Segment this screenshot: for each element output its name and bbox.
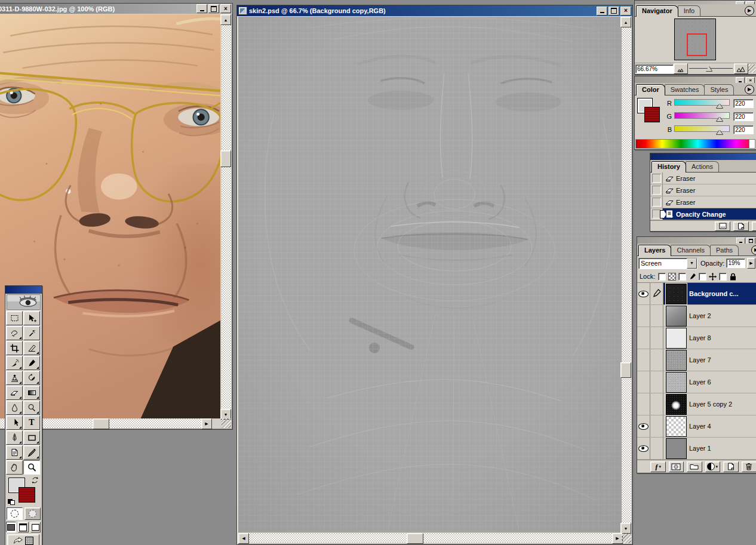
blend-mode-select[interactable]: Screen ▼ [638, 258, 697, 269]
vertical-scroll-thumb[interactable] [620, 362, 631, 378]
tab-channels[interactable]: Channels [671, 245, 710, 255]
default-colors-icon[interactable] [8, 499, 15, 505]
tool-zoom[interactable] [23, 460, 40, 475]
tab-styles[interactable]: Styles [704, 84, 734, 95]
left-window-titlebar[interactable]: 0311-D-9880W-032.jpg @ 100% (RGB) × [0, 4, 232, 14]
paint-indicator[interactable] [650, 349, 663, 371]
layer-row[interactable]: Layer 7 [637, 349, 756, 371]
layer-thumbnail[interactable] [666, 350, 687, 371]
horizontal-scroll-thumb[interactable] [407, 533, 423, 544]
visibility-toggle[interactable] [637, 415, 650, 437]
background-color-swatch[interactable] [19, 487, 35, 503]
red-slider-thumb[interactable] [717, 104, 723, 108]
tool-paintbrush[interactable] [23, 356, 40, 370]
tool-eyedropper[interactable] [23, 445, 40, 460]
paint-indicator[interactable] [650, 393, 663, 415]
lock-transparency-checkbox[interactable] [658, 273, 666, 281]
color-spectrum-ramp[interactable] [635, 139, 755, 149]
layer-name[interactable]: Layer 2 [689, 312, 711, 319]
tab-actions[interactable]: Actions [686, 161, 719, 172]
tab-history[interactable]: History [651, 161, 686, 173]
tab-paths[interactable]: Paths [710, 245, 739, 255]
history-source-well[interactable] [650, 173, 663, 184]
tool-rectangular-marquee[interactable] [6, 311, 23, 325]
green-slider-thumb[interactable] [717, 117, 723, 121]
zoom-in-icon[interactable] [734, 63, 748, 74]
layer-row[interactable]: Layer 8 [637, 327, 756, 349]
view-box-outline[interactable] [687, 33, 707, 56]
tool-magic-wand[interactable] [23, 326, 40, 340]
tool-move[interactable] [23, 311, 40, 325]
navigator-thumbnail[interactable] [674, 19, 716, 60]
add-mask-icon[interactable] [669, 461, 684, 472]
paint-indicator[interactable] [650, 305, 663, 327]
tool-dodge[interactable] [23, 401, 40, 415]
opacity-arrow-icon[interactable]: ▶ [747, 258, 755, 269]
scroll-down-icon[interactable]: ▼ [620, 523, 631, 534]
color-titlebar[interactable]: × [635, 76, 756, 83]
adobe-online-button[interactable] [7, 294, 41, 310]
jump-to-imageready-button[interactable] [7, 534, 39, 545]
tool-clone-stamp[interactable] [6, 371, 23, 385]
lock-image-checkbox[interactable] [678, 273, 686, 281]
tab-color[interactable]: Color [636, 84, 665, 96]
adjustment-layer-icon[interactable]: ▾ [705, 461, 721, 472]
layer-row[interactable]: Layer 1 [637, 438, 756, 460]
center-window-titlebar[interactable]: skin2.psd @ 66.7% (Background copy,RGB) … [237, 5, 632, 16]
layer-thumbnail[interactable] [666, 438, 687, 459]
minimize-icon[interactable] [196, 4, 207, 13]
layer-name[interactable]: Layer 1 [689, 445, 711, 452]
layer-row[interactable]: Layer 2 [637, 305, 756, 327]
fullscreen-menus-button[interactable] [18, 522, 28, 532]
zoom-out-icon[interactable] [674, 63, 688, 74]
layer-thumbnail[interactable] [666, 306, 687, 327]
tool-gradient[interactable] [23, 386, 40, 400]
tool-rectangle[interactable] [23, 430, 40, 445]
close-icon[interactable]: × [220, 4, 231, 13]
layer-name[interactable]: Layer 5 copy 2 [689, 401, 732, 408]
scroll-right-icon[interactable]: ▶ [201, 418, 212, 429]
tab-navigator[interactable]: Navigator [636, 5, 678, 17]
new-layer-icon[interactable] [723, 461, 739, 472]
resize-grip[interactable] [748, 64, 755, 73]
tool-notes[interactable] [6, 445, 23, 460]
history-source-well[interactable] [650, 196, 663, 208]
toolbox-titlebar[interactable] [5, 286, 42, 294]
red-value-field[interactable]: 220 [733, 99, 754, 108]
tool-path-select[interactable] [6, 415, 23, 430]
fullscreen-button[interactable] [30, 522, 41, 532]
red-slider[interactable] [674, 98, 730, 108]
tool-type[interactable]: T [23, 415, 40, 430]
visibility-toggle[interactable] [637, 349, 650, 371]
dropdown-arrow-icon[interactable]: ▼ [687, 258, 697, 269]
history-titlebar[interactable] [650, 153, 756, 160]
panel-menu-icon[interactable]: ▶ [745, 85, 754, 94]
zoom-percent-field[interactable]: 66.67% [635, 64, 674, 73]
maximize-icon[interactable] [609, 7, 619, 16]
green-value-field[interactable]: 220 [733, 112, 754, 121]
layer-name[interactable]: Layer 6 [689, 378, 711, 386]
tab-swatches[interactable]: Swatches [665, 84, 705, 95]
resize-grip[interactable] [622, 534, 631, 543]
history-state[interactable]: Opacity Change [650, 208, 756, 220]
history-state[interactable]: Eraser [650, 196, 756, 208]
paint-indicator[interactable] [650, 415, 663, 437]
delete-state-icon[interactable] [752, 221, 756, 231]
tool-blur[interactable] [6, 401, 23, 415]
opacity-field[interactable]: 19% [726, 258, 745, 268]
blue-value-field[interactable]: 220 [733, 125, 754, 134]
standard-screen-button[interactable] [6, 522, 16, 532]
history-state[interactable]: Eraser [650, 184, 756, 196]
visibility-toggle[interactable] [637, 305, 650, 327]
layer-row[interactable]: Layer 4 [637, 415, 756, 438]
scroll-up-icon[interactable]: ▲ [220, 14, 231, 25]
maximize-icon[interactable] [208, 4, 219, 13]
panel-menu-icon[interactable]: ▶ [745, 6, 754, 16]
layer-thumbnail[interactable] [666, 416, 687, 437]
horizontal-scroll-thumb[interactable] [93, 418, 109, 429]
paint-indicator[interactable] [650, 283, 663, 304]
layer-thumbnail[interactable] [666, 284, 687, 304]
layer-row[interactable]: Background c... [637, 283, 756, 305]
layer-name[interactable]: Layer 7 [689, 356, 711, 364]
new-document-from-state-icon[interactable] [715, 221, 730, 231]
